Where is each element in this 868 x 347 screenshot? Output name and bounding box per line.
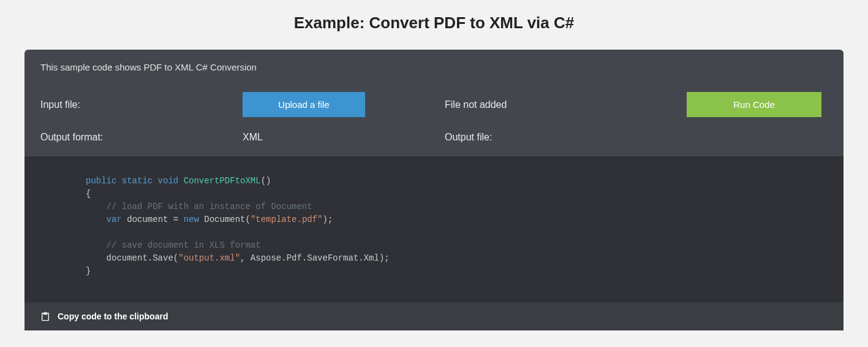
input-file-label: Input file: xyxy=(40,99,243,110)
input-row: Input file: Upload a file File not added… xyxy=(40,85,828,124)
copy-code-button[interactable]: Copy code to the clipboard xyxy=(25,302,843,330)
output-file-label: Output file: xyxy=(445,132,628,143)
code-save-b: , Aspose.Pdf.SaveFormat.Xml); xyxy=(240,253,390,263)
panel-header: This sample code shows PDF to XML C# Con… xyxy=(25,50,843,156)
code-brace-open: { xyxy=(86,189,91,199)
clipboard-icon xyxy=(40,311,50,322)
file-status: File not added xyxy=(445,99,628,110)
run-code-button[interactable]: Run Code xyxy=(687,92,821,117)
code-keyword: public static void xyxy=(86,176,178,186)
code-ctor: Document( xyxy=(199,215,251,224)
upload-file-button[interactable]: Upload a file xyxy=(243,92,365,117)
output-format-label: Output format: xyxy=(40,132,243,143)
code-comment: // load PDF with an instance of Document xyxy=(107,202,312,212)
code-save-a: document.Save( xyxy=(107,253,179,263)
code-function-name: ConvertPDFtoXML xyxy=(184,176,261,186)
output-format-value: XML xyxy=(243,132,263,142)
code-comment: // save document in XLS format xyxy=(107,240,261,250)
code-eq: = xyxy=(168,215,183,224)
code-parens: () xyxy=(261,176,271,186)
code-var-keyword: var xyxy=(107,215,122,224)
code-var-name: document xyxy=(127,215,168,224)
code-string: "output.xml" xyxy=(178,253,240,263)
copy-code-label: Copy code to the clipboard xyxy=(58,311,168,321)
code-string: "template.pdf" xyxy=(251,215,323,224)
code-new-keyword: new xyxy=(184,215,199,224)
example-panel: This sample code shows PDF to XML C# Con… xyxy=(25,50,843,330)
output-row: Output format: XML Output file: xyxy=(40,124,828,150)
code-ctor-end: ); xyxy=(323,215,333,224)
code-brace-close: } xyxy=(86,266,91,276)
panel-description: This sample code shows PDF to XML C# Con… xyxy=(40,62,828,72)
code-block: public static void ConvertPDFtoXML() { /… xyxy=(25,156,843,302)
page-title: Example: Convert PDF to XML via C# xyxy=(0,0,868,50)
